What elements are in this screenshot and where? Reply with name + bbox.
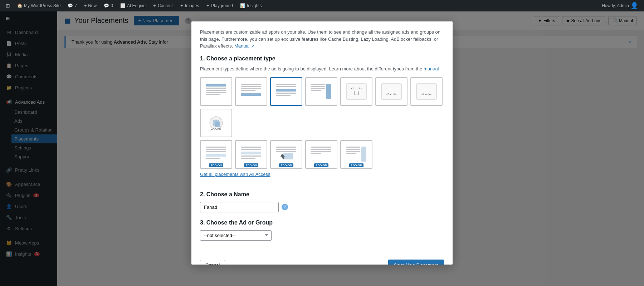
ai-engine-label: AI Engine [127, 3, 146, 8]
playground-label: Playground [211, 3, 233, 8]
svg-rect-48 [311, 153, 321, 154]
insights-bar-label: Insights [247, 3, 262, 8]
svg-rect-31 [206, 147, 226, 148]
before-content-icon [205, 83, 228, 100]
placement-type-grid-row2: ADD-ON ADD-ON [200, 140, 444, 169]
placement-type-header-code[interactable]: ... </head> [375, 77, 408, 106]
section1-desc: Placement types define where the ad is g… [200, 66, 444, 72]
save-new-placement-button[interactable]: Save New Placement [388, 260, 444, 265]
user-avatar-icon: 👤 [630, 2, 638, 10]
choose-name-section: 2. Choose a Name ? [200, 191, 444, 212]
new-comment-count: 0 [111, 3, 113, 8]
addon1-badge: ADD-ON [209, 163, 223, 167]
svg-text:</body>: </body> [421, 93, 432, 96]
addon4-icon [310, 146, 333, 163]
svg-rect-35 [206, 158, 220, 159]
placement-type-addon-1[interactable]: ADD-ON [200, 140, 232, 169]
adminbar-site-name[interactable]: 🏠 My WordPress Site [14, 0, 63, 11]
placement-name-input[interactable] [200, 202, 279, 212]
playground-icon: ✦ [206, 3, 210, 8]
svg-rect-45 [311, 147, 331, 148]
svg-rect-18 [311, 90, 321, 91]
section3-title: 3. Choose the Ad or Group [200, 220, 444, 226]
svg-rect-1 [206, 88, 226, 89]
adminbar-comments[interactable]: 💬 7 [65, 0, 80, 11]
name-help-icon[interactable]: ? [282, 204, 288, 210]
section1-title: 1. Choose a placement type [200, 55, 444, 62]
svg-rect-12 [276, 89, 296, 92]
placement-type-addon-4[interactable]: ADD-ON [305, 140, 337, 169]
adminbar-playground[interactable]: ✦ Playground [203, 0, 236, 11]
placement-type-section: 1. Choose a placement type Placement typ… [200, 55, 444, 184]
svg-rect-44 [283, 153, 293, 159]
svg-rect-8 [241, 90, 255, 91]
site-name-label: My WordPress Site [24, 3, 60, 8]
svg-rect-0 [206, 84, 226, 87]
placement-type-after-content[interactable] [235, 77, 267, 106]
svg-rect-15 [311, 84, 325, 85]
placement-type-php-function[interactable]: <? ... ?> [...] [340, 77, 372, 106]
placement-type-addon-2[interactable]: ADD-ON [235, 140, 267, 169]
admin-bar: ⊞ 🏠 My WordPress Site 💬 7 + New 💬 0 ⬜ AI… [0, 0, 644, 11]
choose-ad-section: 3. Choose the Ad or Group --not selected… [200, 220, 444, 241]
addon5-icon [345, 146, 368, 163]
svg-text:...: ... [390, 88, 393, 91]
svg-rect-50 [346, 149, 360, 150]
adminbar-content[interactable]: ✦ Content [150, 0, 176, 11]
wp-logo-icon: ⊞ [6, 3, 10, 9]
adminbar-ai-engine[interactable]: ⬜ AI Engine [117, 0, 148, 11]
comment-count: 7 [74, 3, 77, 8]
adminbar-home-icon: 🏠 [17, 3, 23, 8]
svg-rect-17 [311, 88, 325, 89]
adminbar-wp-logo[interactable]: ⊞ [3, 0, 13, 11]
adminbar-images[interactable]: ✦ Images [177, 0, 202, 11]
svg-rect-36 [241, 147, 261, 148]
svg-rect-14 [276, 95, 291, 96]
placement-type-addon-3[interactable]: ADD-ON [270, 140, 302, 169]
intro-manual-link[interactable]: Manual ↗ [234, 43, 255, 49]
svg-rect-11 [276, 86, 296, 87]
svg-rect-34 [206, 154, 226, 157]
placement-type-layer[interactable]: ADD-ON [200, 109, 232, 137]
placement-type-addon-5[interactable]: ADD-ON [340, 140, 372, 169]
svg-rect-42 [276, 149, 296, 150]
svg-rect-46 [311, 149, 331, 150]
images-icon: ✦ [180, 3, 184, 8]
layer-icon: ADD-ON [205, 114, 228, 132]
section2-title: 2. Choose a Name [200, 191, 444, 198]
addon3-badge: ADD-ON [279, 163, 293, 167]
content-label: Content [158, 3, 173, 8]
get-all-placements-link[interactable]: Get all placements with All Access [200, 172, 270, 177]
svg-rect-32 [206, 149, 226, 150]
adminbar-new[interactable]: + New [81, 0, 99, 11]
ad-group-select[interactable]: --not selected-- [200, 230, 272, 241]
plus-icon: + [84, 3, 87, 8]
section1-manual-link[interactable]: manual [424, 66, 439, 72]
comment2-icon: 💬 [104, 3, 109, 8]
svg-rect-10 [276, 84, 296, 85]
adminbar-new-comment[interactable]: 💬 0 [101, 0, 116, 11]
placement-type-within-content[interactable] [270, 77, 302, 106]
svg-rect-39 [241, 156, 261, 157]
svg-rect-7 [241, 88, 261, 89]
svg-rect-2 [206, 90, 226, 91]
user-greeting: Howdy, Admin [602, 3, 629, 8]
svg-rect-26 [416, 84, 436, 99]
svg-rect-43 [276, 151, 296, 152]
addon5-badge: ADD-ON [349, 163, 364, 167]
new-placement-modal: Placements are customizable ad spots on … [191, 21, 453, 265]
addon4-badge: ADD-ON [314, 163, 328, 167]
svg-rect-53 [361, 147, 366, 162]
new-label: New [88, 3, 97, 8]
placement-type-before-content[interactable] [200, 77, 232, 106]
within-content-icon [275, 83, 298, 100]
cancel-button[interactable]: Cancel [200, 260, 225, 265]
placement-type-footer-code[interactable]: ... </body> [410, 77, 443, 106]
svg-rect-52 [346, 153, 356, 154]
sidebar-widget-icon [310, 83, 333, 100]
placement-type-sidebar-widget[interactable] [305, 77, 337, 106]
ai-engine-icon: ⬜ [120, 3, 126, 8]
adminbar-howdy[interactable]: Howdy, Admin 👤 [599, 0, 641, 11]
svg-text:...: ... [425, 88, 428, 91]
adminbar-insights[interactable]: 📊 Insights [237, 0, 264, 11]
